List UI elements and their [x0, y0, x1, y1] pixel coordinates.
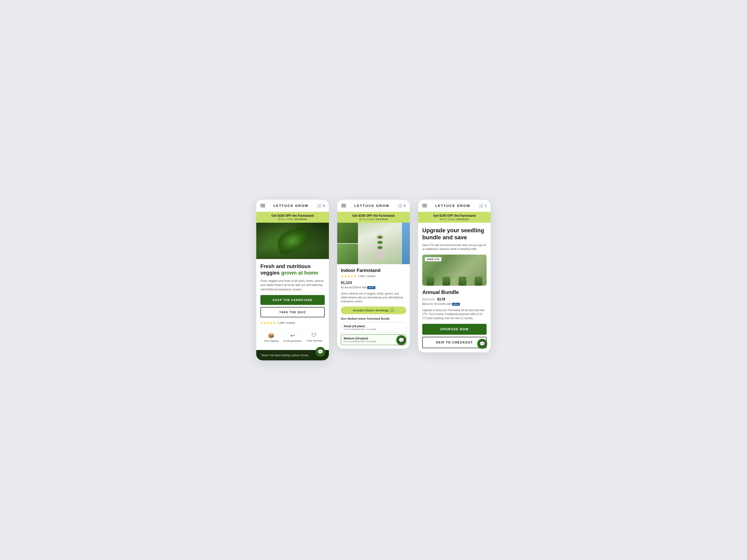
- upgrade-subtitle: Save 17% with the Annual Bundle when you…: [422, 243, 487, 251]
- thumbnail-1[interactable]: [337, 223, 358, 243]
- size-small-desc: For households with 1-2 people.: [344, 328, 403, 330]
- screen1-promo-banner[interactable]: Get $100 OFF the Farmstand WITH CODE GRO…: [256, 212, 329, 223]
- star-rating: ★★★★★: [260, 321, 276, 325]
- screen2-promo-banner[interactable]: Get $100 OFF the Farmstand WITH CODE GRO…: [337, 212, 410, 223]
- guarantee-label: 90 day guarantee: [283, 340, 302, 343]
- chat-icon: 💬: [317, 349, 323, 355]
- product-image-right: [402, 223, 410, 264]
- screen2-cart-icon: 🛒: [398, 203, 403, 208]
- upgrade-title: Upgrade your seedling bundle and save: [422, 227, 487, 241]
- price-row: $1,123: [341, 280, 406, 285]
- size-medium-name: Medium (24-plant): [344, 337, 403, 340]
- screen2-promo-main: Get $100 OFF the Farmstand: [340, 214, 407, 217]
- screen1-subtext: Grow veggies and fruits of all sizes, he…: [260, 279, 325, 292]
- chat-bubble-3[interactable]: 💬: [477, 339, 487, 349]
- cart-button[interactable]: 🛒 0: [317, 203, 325, 208]
- screen3-promo-sub: WITH CODE GROWON: [421, 218, 488, 221]
- price-sale: $178: [437, 297, 445, 301]
- screen3-brand-name: LETTUCE GROW: [435, 204, 470, 208]
- guarantee-icon: ↩: [290, 332, 295, 339]
- screen2-cart-button[interactable]: 🛒 0: [398, 203, 406, 208]
- perk-guarantee: ↩ 90 day guarantee: [282, 332, 304, 343]
- bundle-image: SAVE 17%: [422, 255, 487, 286]
- bundle-description: Upgrade to keep your Farmstand full all …: [422, 308, 487, 320]
- product-images: [337, 223, 410, 264]
- seedlings-badge[interactable]: Includes Starter Seedlings i: [341, 306, 406, 314]
- hero-image: [256, 223, 329, 259]
- warranty-label: 3 year warranty: [306, 339, 322, 343]
- shop-farmstand-button[interactable]: SHOP THE FARMSTAND: [260, 295, 325, 305]
- product-main-image: [358, 223, 402, 264]
- size-small-name: Small (18-plant): [344, 325, 403, 328]
- annual-bundle-title: Annual Bundle: [422, 289, 487, 295]
- cart-icon: 🛒: [317, 203, 322, 208]
- shipping-icon: 📦: [268, 332, 275, 339]
- bundle-affirm: $5/mo for 36 months with affirm: [422, 302, 487, 306]
- menu-icon[interactable]: [260, 204, 265, 207]
- promo-main-text: Get $100 OFF the Farmstand: [259, 214, 326, 217]
- screen3-menu-icon[interactable]: [422, 204, 427, 207]
- screen3-promo-banner[interactable]: Get $100 OFF the Farmstand WITH CODE GRO…: [418, 212, 491, 223]
- screen2-rating-row: ★★★★★ 1,400+ reviews: [341, 274, 406, 278]
- screen3-cart-count: 1: [485, 204, 487, 208]
- screen2-reviews: 1,400+ reviews: [358, 275, 376, 278]
- screen3-body: Upgrade your seedling bundle and save Sa…: [418, 223, 491, 352]
- save-badge: SAVE 17%: [425, 257, 441, 261]
- cart-count: 0: [323, 204, 325, 208]
- shipping-label: Free shipping: [264, 340, 278, 343]
- screen2-menu-icon[interactable]: [341, 204, 346, 207]
- screen-1: LETTUCE GROW 🛒 0 Get $100 OFF the Farmst…: [256, 199, 329, 361]
- skip-to-checkout-button[interactable]: SKIP TO CHECKOUT: [422, 337, 487, 348]
- screens-container: LETTUCE GROW 🛒 0 Get $100 OFF the Farmst…: [256, 199, 491, 361]
- screen2-cart-count: 0: [404, 204, 406, 208]
- screen3-cart-button[interactable]: 🛒 1: [479, 203, 487, 208]
- screen2-brand-name: LETTUCE GROW: [354, 204, 389, 208]
- screen1-header: LETTUCE GROW 🛒 0: [256, 199, 329, 212]
- chat-bubble-1[interactable]: 💬: [315, 347, 325, 357]
- size-option-small[interactable]: Small (18-plant) For households with 1-2…: [341, 322, 406, 333]
- screen3-cart-icon: 🛒: [479, 203, 484, 208]
- take-quiz-button[interactable]: TAKE THE QUIZ: [260, 307, 325, 317]
- screen2-stars: ★★★★★: [341, 274, 356, 278]
- screen3-chat-icon: 💬: [479, 341, 485, 347]
- stars-row: ★★★★★ 1,400+ reviews: [260, 321, 325, 325]
- chat-bubble-2[interactable]: 💬: [396, 335, 406, 345]
- price-original: $215.28: [422, 297, 434, 301]
- perk-shipping: 📦 Free shipping: [260, 332, 282, 343]
- seedlings-badge-text: Includes Starter Seedlings: [353, 309, 389, 312]
- affirm-logo: affirm: [367, 286, 375, 289]
- screen2-promo-sub: WITH CODE GROWON: [340, 218, 407, 221]
- promo-sub-text: WITH CODE GROWON: [259, 218, 326, 221]
- perk-warranty: 🛡 3 year warranty: [303, 332, 325, 343]
- product-thumbnails: [337, 223, 358, 264]
- plant-1: [427, 277, 434, 286]
- warranty-icon: 🛡: [311, 332, 317, 338]
- screen-2: LETTUCE GROW 🛒 0 Get $100 OFF the Farmst…: [337, 199, 410, 349]
- thumbnail-2[interactable]: [337, 244, 358, 264]
- screen2-header: LETTUCE GROW 🛒 0: [337, 199, 410, 212]
- product-price: $1,123: [341, 281, 352, 285]
- screen1-body: Fresh and nutritious veggies grown at ho…: [256, 259, 329, 350]
- review-count: 1,400+ reviews: [278, 321, 295, 324]
- screen3-promo-main: Get $100 OFF the Farmstand: [421, 214, 488, 217]
- plant-3: [459, 277, 466, 286]
- screen3-affirm-logo: affirm: [452, 303, 460, 306]
- bundle-price-row: $215.28 $178: [422, 297, 487, 301]
- seedlings-info-icon[interactable]: i: [390, 309, 394, 312]
- size-medium-desc: For households with 2-4 people.: [344, 340, 403, 343]
- plant-4: [475, 277, 483, 286]
- plant-2: [442, 277, 450, 286]
- brand-name: LETTUCE GROW: [274, 204, 308, 208]
- affirm-text: As low as $32/mo with affirm: [341, 286, 406, 289]
- product-title: Indoor Farmstand: [341, 268, 406, 273]
- headline: Fresh and nutritious veggies grown at ho…: [260, 263, 325, 276]
- screen-3: LETTUCE GROW 🛒 1 Get $100 OFF the Farmst…: [418, 199, 491, 352]
- product-description: Grow a diverse mix of veggies, herbs, gr…: [341, 292, 406, 303]
- upgrade-now-button[interactable]: UPGRADE NOW: [422, 324, 487, 335]
- perks-row: 📦 Free shipping ↩ 90 day guarantee 🛡 3 y…: [260, 329, 325, 346]
- screen2-chat-icon: 💬: [398, 337, 404, 343]
- size-label: Size: Medium Indoor Farmstand Bundle: [341, 317, 406, 320]
- screen3-header: LETTUCE GROW 🛒 1: [418, 199, 491, 212]
- bundle-plants: [422, 265, 487, 286]
